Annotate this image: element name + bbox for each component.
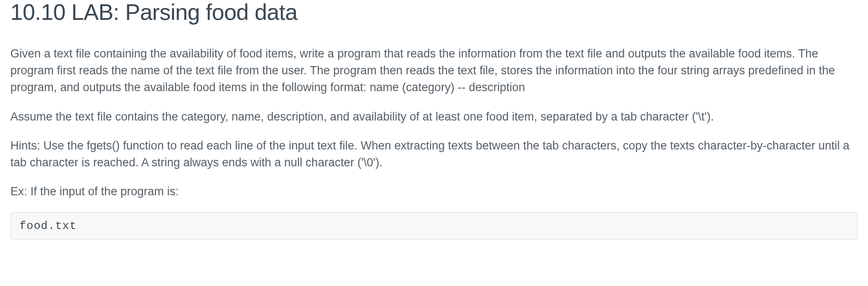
assumption-paragraph: Assume the text file contains the catego… — [10, 108, 858, 125]
hints-paragraph: Hints: Use the fgets() function to read … — [10, 137, 858, 171]
intro-paragraph: Given a text file containing the availab… — [10, 45, 858, 96]
example-input-code-block: food.txt — [10, 212, 858, 240]
example-label-paragraph: Ex: If the input of the program is: — [10, 183, 858, 200]
page-title: 10.10 LAB: Parsing food data — [10, 0, 858, 25]
